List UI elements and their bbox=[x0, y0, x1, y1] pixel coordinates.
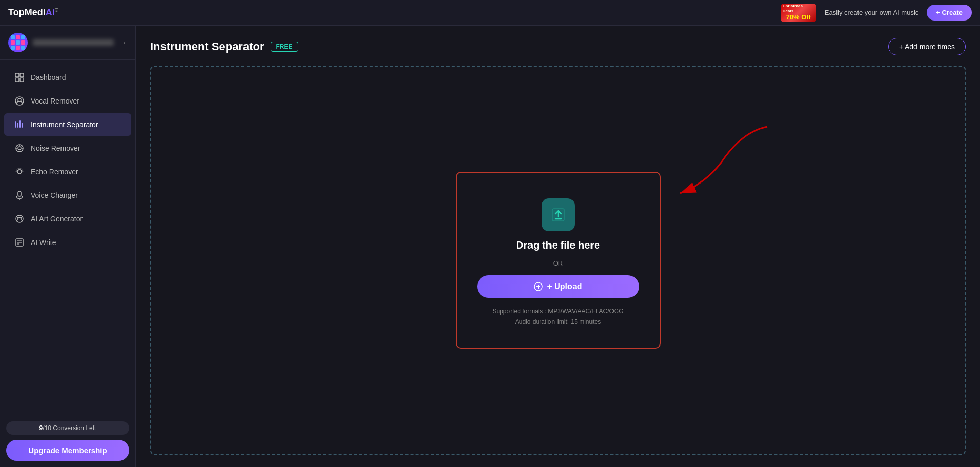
ai-art-icon bbox=[14, 214, 25, 224]
page-title-wrap: Instrument Separator FREE bbox=[150, 40, 298, 53]
main-layout: → Dashboard Vocal Remover bbox=[0, 26, 980, 467]
svg-rect-7 bbox=[16, 46, 20, 50]
page-title: Instrument Separator bbox=[150, 40, 264, 53]
topnav-right: Christmas Deals 70% Off Easily create yo… bbox=[781, 4, 972, 22]
sidebar-nav: Dashboard Vocal Remover Instrument Separ… bbox=[0, 60, 135, 415]
sidebar-item-noise-remover[interactable]: Noise Remover bbox=[4, 137, 131, 159]
conversion-label: Conversion Left bbox=[53, 424, 96, 432]
or-text: OR bbox=[553, 259, 563, 267]
instrument-separator-label: Instrument Separator bbox=[31, 120, 98, 129]
conversion-total: 10 bbox=[45, 424, 51, 432]
conversion-current: 9 bbox=[39, 424, 43, 432]
svg-rect-5 bbox=[21, 40, 25, 45]
upgrade-button[interactable]: Upgrade Membership bbox=[6, 440, 129, 461]
page-header: Instrument Separator FREE + Add more tim… bbox=[150, 38, 966, 55]
sidebar: → Dashboard Vocal Remover bbox=[0, 26, 136, 467]
conversion-bar: 9/10 Conversion Left bbox=[6, 421, 129, 435]
upload-plus-icon bbox=[534, 282, 543, 291]
formats-line2: Audio duration limit: 15 minutes bbox=[515, 318, 601, 326]
sidebar-footer: 9/10 Conversion Left Upgrade Membership bbox=[0, 415, 135, 467]
voice-changer-label: Voice Changer bbox=[31, 191, 78, 199]
voice-changer-icon bbox=[14, 190, 25, 200]
logo-text: TopMediAi® bbox=[8, 7, 58, 18]
svg-point-14 bbox=[18, 98, 21, 101]
instrument-separator-icon bbox=[14, 119, 25, 130]
svg-rect-11 bbox=[15, 78, 19, 82]
logo: TopMediAi® bbox=[8, 7, 58, 18]
username-display bbox=[33, 39, 114, 46]
vocal-remover-label: Vocal Remover bbox=[31, 97, 79, 105]
svg-point-21 bbox=[18, 147, 21, 150]
or-divider: OR bbox=[477, 259, 639, 267]
sidebar-item-ai-write[interactable]: AI Write bbox=[4, 231, 131, 254]
add-more-times-button[interactable]: + Add more times bbox=[888, 38, 966, 55]
drag-text: Drag the file here bbox=[516, 239, 600, 251]
noise-remover-icon bbox=[14, 143, 25, 153]
svg-rect-3 bbox=[11, 40, 15, 45]
upload-button[interactable]: + Upload bbox=[477, 275, 639, 298]
logo-reg: ® bbox=[55, 7, 58, 13]
svg-rect-2 bbox=[21, 35, 25, 39]
dropzone-outer[interactable]: Drag the file here OR + Upload Supported… bbox=[150, 66, 966, 455]
formats-line1: Supported formats : MP3/WAV/AAC/FLAC/OGG bbox=[492, 308, 623, 315]
dashboard-label: Dashboard bbox=[31, 73, 66, 82]
ai-write-icon bbox=[14, 237, 25, 248]
dashboard-icon bbox=[14, 72, 25, 83]
echo-remover-icon bbox=[14, 167, 25, 177]
xmas-discount-text: 70% Off bbox=[786, 13, 811, 22]
sidebar-item-ai-art-generator[interactable]: AI Art Generator bbox=[4, 208, 131, 230]
or-line-right bbox=[569, 263, 639, 263]
svg-rect-1 bbox=[16, 35, 20, 39]
content-area: Instrument Separator FREE + Add more tim… bbox=[136, 26, 980, 467]
svg-rect-18 bbox=[22, 123, 23, 128]
formats-text: Supported formats : MP3/WAV/AAC/FLAC/OGG… bbox=[492, 306, 623, 327]
svg-rect-16 bbox=[17, 123, 18, 128]
svg-rect-10 bbox=[20, 73, 24, 77]
red-arrow bbox=[639, 121, 772, 204]
svg-rect-12 bbox=[20, 78, 24, 82]
svg-rect-17 bbox=[19, 120, 21, 128]
or-line-left bbox=[477, 263, 547, 263]
upload-icon-wrap bbox=[542, 198, 575, 231]
echo-remover-label: Echo Remover bbox=[31, 168, 78, 176]
xmas-banner[interactable]: Christmas Deals 70% Off bbox=[781, 4, 816, 22]
svg-point-20 bbox=[16, 145, 23, 152]
sidebar-item-echo-remover[interactable]: Echo Remover bbox=[4, 160, 131, 183]
create-button[interactable]: + Create bbox=[927, 5, 972, 21]
logout-icon[interactable]: → bbox=[119, 38, 127, 47]
svg-rect-8 bbox=[21, 46, 25, 50]
xmas-deals-text: Christmas Deals bbox=[783, 4, 814, 13]
avatar-icon bbox=[9, 33, 27, 52]
svg-point-30 bbox=[17, 217, 18, 218]
vocal-remover-icon bbox=[14, 96, 25, 106]
logo-ai: Ai bbox=[46, 7, 55, 17]
svg-rect-27 bbox=[18, 191, 21, 196]
svg-rect-19 bbox=[24, 121, 24, 128]
upload-file-icon bbox=[549, 206, 567, 224]
svg-point-29 bbox=[16, 215, 23, 222]
svg-rect-9 bbox=[15, 73, 19, 77]
noise-remover-label: Noise Remover bbox=[31, 144, 80, 152]
ai-music-text: Easily create your own AI music bbox=[825, 9, 919, 16]
svg-rect-4 bbox=[16, 40, 20, 45]
svg-rect-15 bbox=[15, 121, 16, 128]
ai-art-label: AI Art Generator bbox=[31, 215, 83, 223]
sidebar-item-dashboard[interactable]: Dashboard bbox=[4, 66, 131, 89]
sidebar-item-voice-changer[interactable]: Voice Changer bbox=[4, 184, 131, 207]
svg-rect-6 bbox=[11, 46, 15, 50]
sidebar-item-vocal-remover[interactable]: Vocal Remover bbox=[4, 90, 131, 112]
svg-point-31 bbox=[21, 217, 22, 218]
sidebar-user: → bbox=[0, 26, 135, 60]
topnav: TopMediAi® Christmas Deals 70% Off Easil… bbox=[0, 0, 980, 26]
upload-label: + Upload bbox=[547, 282, 582, 291]
avatar bbox=[8, 33, 28, 52]
dropzone-inner: Drag the file here OR + Upload Supported… bbox=[456, 172, 661, 349]
sidebar-item-instrument-separator[interactable]: Instrument Separator bbox=[4, 113, 131, 136]
free-badge: FREE bbox=[271, 42, 298, 52]
svg-rect-0 bbox=[11, 35, 15, 39]
ai-write-label: AI Write bbox=[31, 238, 56, 247]
